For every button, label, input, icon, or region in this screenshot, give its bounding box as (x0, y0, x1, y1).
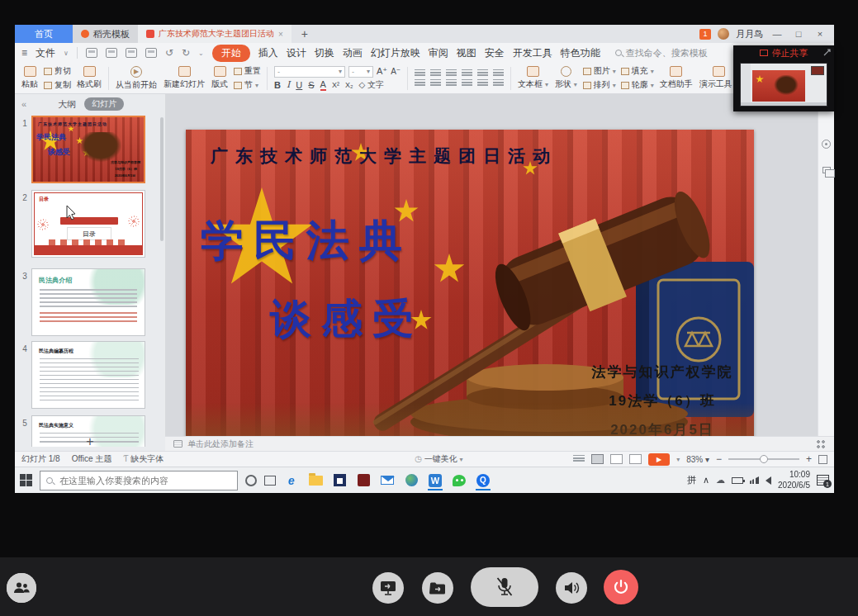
close-button[interactable]: × (813, 29, 827, 39)
menu-features[interactable]: 特色功能 (561, 46, 600, 60)
command-search[interactable]: 查找命令、搜索模板 (615, 47, 708, 59)
toolbar-options-icon[interactable]: ⌄ (198, 50, 204, 57)
layout-button[interactable]: 版式 (208, 64, 231, 93)
slide-thumbnail-1[interactable]: 广东技术师范大学主题团日活动 学民法典 谈感受 法学与知识产权学院 19法学（6… (31, 116, 145, 183)
file-explorer-icon[interactable] (307, 472, 324, 489)
increase-font-button[interactable]: A⁺ (377, 66, 387, 77)
outdent-icon[interactable] (446, 69, 457, 78)
wps-taskbar-icon[interactable]: W (427, 472, 443, 489)
minimize-button[interactable]: — (770, 29, 785, 39)
clock[interactable]: 10:09 2020/6/5 (778, 470, 810, 490)
save-icon[interactable] (86, 48, 97, 58)
slide-canvas[interactable]: 广东技术师范大学主题团日活动 学民法典 谈感受 法学与知识产权学院 19法学（6… (186, 130, 754, 449)
panel-scrollbar[interactable] (160, 117, 164, 241)
fill-button[interactable]: 填充▾ (621, 65, 654, 77)
doc-assistant-button[interactable]: 文档助手 (657, 64, 696, 93)
shapes-button[interactable]: 形状 ▾ (552, 64, 581, 93)
font-color-button[interactable]: A (320, 79, 326, 91)
format-painter-button[interactable]: 格式刷 (73, 64, 105, 93)
slide-header-text[interactable]: 广东技术师范大学主题团日活动 (211, 145, 557, 168)
avatar[interactable] (718, 28, 729, 40)
tab-close-icon[interactable]: × (278, 30, 283, 39)
picture-button[interactable]: 图片▾ (583, 65, 616, 77)
battery-icon[interactable] (732, 477, 743, 484)
menu-slideshow[interactable]: 幻灯片放映 (371, 46, 420, 60)
section-button[interactable]: 节▾ (234, 79, 261, 91)
stop-share-button[interactable]: 停止共享 (772, 47, 808, 59)
network-icon[interactable] (750, 476, 759, 484)
menu-animation[interactable]: 动画 (343, 46, 363, 60)
menu-transition[interactable]: 切换 (315, 46, 334, 60)
microphone-muted-button[interactable] (471, 567, 538, 607)
file-share-button[interactable] (422, 572, 453, 604)
play-from-current-button[interactable]: ▶从当前开始 (112, 64, 160, 93)
ime-indicator[interactable]: 拼 (687, 474, 696, 486)
slide-thumbnail-3[interactable]: 民法典介绍 (31, 268, 145, 336)
align-right-icon[interactable] (446, 79, 457, 88)
tab-outline[interactable]: 大纲 (58, 98, 76, 111)
fullscreen-icon[interactable] (818, 455, 827, 464)
line-spacing-icon[interactable] (477, 69, 488, 78)
zoom-out-button[interactable]: − (716, 453, 722, 465)
notes-bar[interactable]: 单击此处添加备注 (165, 436, 834, 451)
missing-fonts-label[interactable]: Ƭ 缺失字体 (123, 453, 164, 465)
hamburger-icon[interactable]: ≡ (21, 47, 27, 59)
share-preview-window[interactable]: 停止共享 (733, 45, 834, 111)
store-icon[interactable] (331, 472, 348, 489)
preview-icon[interactable] (145, 48, 157, 58)
menu-design[interactable]: 设计 (287, 46, 306, 60)
task-view-icon[interactable] (264, 476, 276, 486)
text-effects-button[interactable]: ◇ 文字 (358, 79, 383, 91)
menu-devtools[interactable]: 开发工具 (513, 46, 552, 60)
subscript-button[interactable]: X₂ (345, 81, 353, 89)
menu-view[interactable]: 视图 (457, 46, 476, 60)
justify-icon[interactable] (462, 79, 472, 88)
italic-button[interactable]: I (287, 79, 290, 90)
slide-thumbnail-4[interactable]: 民法典编纂历程 (31, 341, 145, 409)
tab-home[interactable]: 首页 (15, 25, 73, 43)
paste-button[interactable]: 粘贴 (18, 64, 41, 93)
start-button[interactable] (20, 474, 32, 486)
collapse-panel-icon[interactable]: « (21, 99, 26, 109)
speaker-button[interactable] (556, 572, 587, 604)
beautify-button[interactable]: ◷ 一键美化 ▾ (415, 453, 462, 465)
cloud-icon[interactable]: ☁ (716, 475, 725, 486)
grid-view-icon[interactable] (816, 439, 826, 449)
theme-label[interactable]: Office 主题 (72, 453, 112, 465)
copy-button[interactable]: 复制 (44, 79, 71, 91)
slide-main-text-1[interactable]: 学民法典 (201, 212, 412, 270)
tab-document[interactable]: 广东技术师范大学主题团日活动 × (138, 25, 292, 43)
cut-button[interactable]: 剪切 (44, 65, 71, 77)
edge-icon[interactable]: e (283, 472, 300, 489)
zoom-slider[interactable] (728, 458, 799, 460)
redo-icon[interactable]: ↻ (182, 48, 190, 58)
end-meeting-button[interactable] (604, 570, 638, 604)
menu-review[interactable]: 审阅 (429, 46, 448, 60)
volume-icon[interactable] (766, 476, 771, 485)
bullets-icon[interactable] (415, 69, 425, 78)
slideshow-play-button[interactable]: ▶ (648, 453, 670, 466)
sorter-view-icon[interactable] (610, 454, 623, 464)
reset-button[interactable]: 重置 (234, 65, 261, 77)
menu-file[interactable]: 文件 (36, 46, 55, 60)
font-name-select[interactable]: -▾ (274, 66, 345, 78)
strikethrough-button[interactable]: S (308, 80, 314, 90)
menu-start[interactable]: 开始 (212, 45, 250, 62)
message-badge[interactable]: 1 (699, 29, 711, 40)
distribute-icon[interactable] (477, 79, 488, 88)
zoom-level[interactable]: 83% ▾ (686, 455, 709, 464)
restore-button[interactable]: □ (791, 29, 806, 39)
align-left-icon[interactable] (415, 79, 425, 88)
tray-expand-icon[interactable]: ∧ (703, 475, 709, 486)
menu-security[interactable]: 安全 (485, 46, 505, 60)
tab-slides[interactable]: 幻灯片 (84, 97, 124, 111)
meeting-app-icon[interactable]: Q (475, 472, 491, 489)
bold-button[interactable]: B (274, 80, 281, 90)
edit-view-icon[interactable] (591, 454, 604, 464)
undo-icon[interactable]: ↺ (165, 48, 173, 58)
font-size-select[interactable]: -▾ (348, 66, 373, 78)
outline-button[interactable]: 轮廓▾ (621, 79, 654, 91)
settings-icon[interactable] (822, 140, 831, 149)
zoom-slider-knob[interactable] (760, 455, 768, 463)
decrease-font-button[interactable]: A⁻ (391, 67, 401, 76)
